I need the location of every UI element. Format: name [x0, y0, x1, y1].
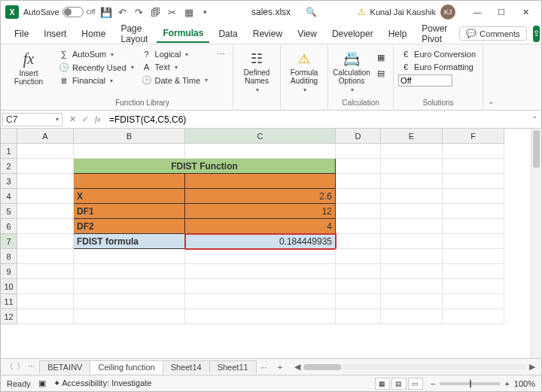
more-functions-button[interactable]: ⋯ [213, 49, 228, 60]
redo-icon[interactable]: ↷ [133, 6, 145, 18]
row-4[interactable]: 4 [1, 189, 17, 204]
sheet-more-left[interactable]: ··· [28, 361, 35, 372]
cell-C4[interactable]: 2.6 [185, 189, 336, 204]
cell-E1[interactable] [381, 144, 443, 159]
cell-C11[interactable] [185, 294, 336, 309]
cell-A7[interactable] [17, 234, 74, 249]
financial-button[interactable]: 🗎Financial▾ [56, 75, 136, 86]
undo-icon[interactable]: ↶ [117, 6, 129, 18]
tab-file[interactable]: File [8, 26, 35, 42]
comments-button[interactable]: 💬 Comments [459, 26, 526, 41]
accessibility-status[interactable]: ✦ Accessibility: Investigate [53, 378, 152, 388]
cell-B6[interactable]: DF2 [74, 219, 185, 234]
cell-B2C2-title[interactable]: FDIST Function [74, 159, 336, 174]
qat-icon-1[interactable]: 🗐 [150, 6, 162, 18]
cell-E3[interactable] [381, 174, 443, 189]
cell-F8[interactable] [443, 249, 504, 264]
calc-now-button[interactable]: ▦ [373, 52, 388, 63]
qat-dropdown-icon[interactable]: ▾ [199, 6, 212, 18]
cell-E4[interactable] [381, 189, 443, 204]
cell-A1[interactable] [17, 144, 74, 159]
cell-B11[interactable] [74, 294, 185, 309]
cell-C9[interactable] [185, 264, 336, 279]
cell-F3[interactable] [443, 174, 504, 189]
col-E[interactable]: E [381, 129, 443, 144]
search-icon[interactable]: 🔍 [306, 7, 317, 17]
autosave-toggle[interactable] [62, 7, 84, 17]
defined-names-button[interactable]: ☷ Defined Names ▾ [238, 49, 276, 95]
qat-icon-2[interactable]: ▦ [183, 6, 195, 18]
select-all-corner[interactable] [1, 129, 17, 144]
cell-D5[interactable] [336, 204, 381, 219]
share-button[interactable]: ⇪ [533, 26, 540, 42]
row-5[interactable]: 5 [1, 204, 17, 219]
cell-C7-selected[interactable]: 0.184449935 [185, 234, 336, 249]
row-9[interactable]: 9 [1, 264, 17, 279]
cell-B9[interactable] [74, 264, 185, 279]
date-time-button[interactable]: 🕒Date & Time▾ [139, 74, 211, 86]
cell-F7[interactable] [443, 234, 504, 249]
cell-A2[interactable] [17, 159, 74, 174]
recently-used-button[interactable]: 🕓Recently Used▾ [56, 62, 136, 73]
sheet-more-right[interactable]: ··· [256, 363, 272, 372]
cell-D1[interactable] [336, 144, 381, 159]
zoom-level[interactable]: 100% [514, 379, 535, 388]
cell-E2[interactable] [381, 159, 443, 174]
cell-A4[interactable] [17, 189, 74, 204]
sheet-tab-sheet14[interactable]: Sheet14 [163, 360, 210, 373]
ribbon-collapse-button[interactable]: ⌄ [483, 94, 498, 108]
cell-C5[interactable]: 12 [185, 204, 336, 219]
cell-F2[interactable] [443, 159, 504, 174]
tab-page-layout[interactable]: Page Layout [114, 20, 154, 47]
vertical-scrollbar[interactable] [531, 129, 541, 358]
cell-F5[interactable] [443, 204, 504, 219]
cell-A12[interactable] [17, 309, 74, 324]
cell-A5[interactable] [17, 204, 74, 219]
sheet-tab-sheet11[interactable]: Sheet11 [209, 360, 257, 373]
col-B[interactable]: B [74, 129, 185, 144]
fx-bar-icon[interactable]: fx [93, 114, 103, 124]
col-D[interactable]: D [336, 129, 381, 144]
row-12[interactable]: 12 [1, 309, 17, 324]
cell-A6[interactable] [17, 219, 74, 234]
cell-D4[interactable] [336, 189, 381, 204]
cell-B12[interactable] [74, 309, 185, 324]
tab-help[interactable]: Help [382, 26, 413, 42]
formula-bar-expand-icon[interactable]: ⌃ [528, 115, 541, 123]
row-8[interactable]: 8 [1, 249, 17, 264]
cell-E7[interactable] [381, 234, 443, 249]
cell-D6[interactable] [336, 219, 381, 234]
horizontal-scrollbar[interactable] [303, 364, 526, 370]
cell-F10[interactable] [443, 279, 504, 294]
euro-formatting-button[interactable]: €Euro Formatting [398, 62, 478, 72]
cell-B4[interactable]: X [74, 189, 185, 204]
tab-view[interactable]: View [291, 26, 323, 42]
cell-D12[interactable] [336, 309, 381, 324]
row-3[interactable]: 3 [1, 174, 17, 189]
cell-F12[interactable] [443, 309, 504, 324]
namebox-dropdown-icon[interactable]: ▾ [56, 116, 59, 123]
zoom-out-button[interactable]: − [431, 379, 435, 388]
cell-C3[interactable] [185, 174, 336, 189]
sheet-tab-betainv[interactable]: BETAINV [39, 360, 90, 373]
row-7[interactable]: 7 [1, 234, 17, 249]
close-button[interactable]: ✕ [514, 5, 537, 20]
name-box[interactable]: C7 ▾ [2, 113, 62, 126]
save-icon[interactable]: 💾 [100, 6, 112, 18]
add-sheet-button[interactable]: + [272, 361, 288, 373]
cell-D9[interactable] [336, 264, 381, 279]
cell-A10[interactable] [17, 279, 74, 294]
cell-E11[interactable] [381, 294, 443, 309]
cell-B1[interactable] [74, 144, 185, 159]
view-page-break-button[interactable]: ▭ [408, 378, 423, 390]
cell-E8[interactable] [381, 249, 443, 264]
macro-record-icon[interactable]: ▣ [38, 378, 46, 388]
cell-C12[interactable] [185, 309, 336, 324]
cancel-formula-icon[interactable]: ✕ [67, 114, 78, 124]
cell-C6[interactable]: 4 [185, 219, 336, 234]
cell-D7[interactable] [336, 234, 381, 249]
cell-E10[interactable] [381, 279, 443, 294]
view-normal-button[interactable]: ▦ [375, 378, 390, 390]
cut-icon[interactable]: ✂ [166, 6, 178, 18]
row-2[interactable]: 2 [1, 159, 17, 174]
